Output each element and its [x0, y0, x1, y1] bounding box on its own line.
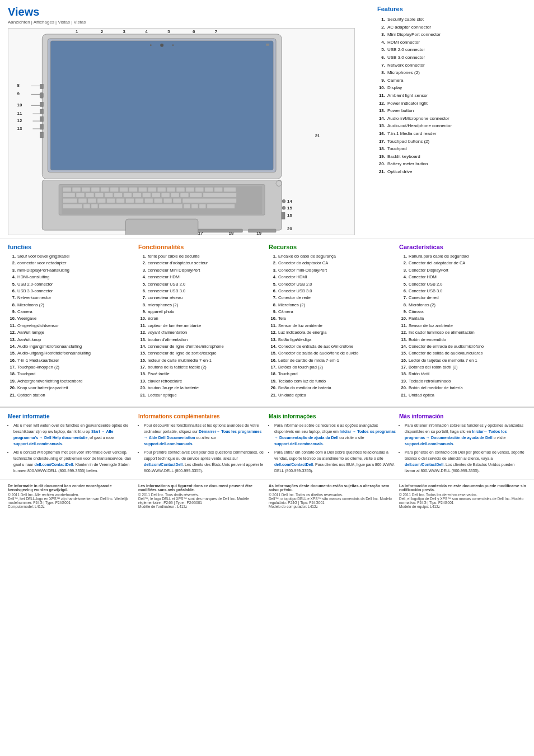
dutch-column: functies 1.Sleuf voor beveiligingskabel … [8, 244, 135, 399]
list-item: 4.Conector HDMI [399, 274, 526, 281]
svg-rect-11 [72, 187, 81, 192]
list-item: 7.Conector de rede [269, 295, 396, 301]
svg-rect-49 [126, 198, 134, 203]
list-item: 9.Câmera [269, 309, 396, 315]
list-item: 3.mini-DisplayPort-aansluiting [8, 267, 135, 274]
list-item: 1.fente pour câble de sécurité [138, 253, 265, 260]
svg-point-73 [282, 206, 285, 209]
svg-rect-30 [86, 193, 94, 197]
svg-rect-37 [152, 193, 160, 197]
dutch-footer: De informatie in dit document kan zonder… [8, 484, 135, 508]
svg-text:18: 18 [229, 231, 234, 235]
french-column: Fonctionnalités 1.fente pour câble de sé… [138, 244, 265, 399]
list-item: 11.Sensor de luz ambiente [269, 323, 396, 329]
portuguese-column: Recursos 1.Encaixe do cabo de segurança … [269, 244, 396, 399]
list-item: 13.bouton d'alimentation [138, 337, 265, 343]
list-item: 20.Knop voor batterijcapaciteit [8, 385, 135, 391]
svg-text:7: 7 [215, 29, 218, 34]
features-panel: Features 1.Security cable slot 2.AC adap… [372, 6, 526, 235]
feature-item-21: 21.Optical drive [377, 168, 526, 176]
list-item: 14.connecteur de ligne d'entrée/micropho… [138, 343, 265, 350]
portuguese-footer-model: Modelo do computador: L412z [269, 505, 396, 508]
french-footer-trademark: Dell™, le logo DELL et XPS™ sont des mar… [138, 497, 265, 505]
list-item: 21.Optisch station [8, 392, 135, 399]
feature-item-18: 18.Touchpad [377, 145, 526, 153]
list-item: 9.appareil photo [138, 309, 265, 315]
list-item: 18.Touchpad [8, 371, 135, 377]
svg-point-4 [150, 44, 152, 46]
list-item: 11.capteur de lumière ambiante [138, 323, 265, 329]
list-item: 1.Encaixe do cabo de segurança [269, 253, 396, 260]
svg-rect-47 [107, 198, 115, 203]
feature-item-19: 19.Backlit keyboard [377, 153, 526, 161]
svg-rect-38 [161, 193, 170, 197]
svg-rect-65 [40, 84, 43, 88]
spanish-list: 1.Ranura para cable de seguridad 2.Conec… [399, 253, 526, 399]
list-item: 18.Pavé tactile [138, 371, 265, 377]
list-item: 11.Sensor de luz ambiente [399, 323, 526, 329]
feature-item-10: 10.Display [377, 84, 526, 92]
top-section: Views Aanzichten | Affichages | Vistas |… [0, 0, 534, 239]
svg-rect-74 [282, 212, 285, 219]
list-item: 5.Conector USB 2.0 [399, 281, 526, 288]
dutch-list: 1.Sleuf voor beveiligingskabel 2.connect… [8, 253, 135, 399]
spanish-footer-model: Modelo de equipo: L412z [399, 505, 526, 508]
list-item: 14.Conector de entrada de áudio/microfon… [269, 343, 396, 350]
list-item: 5.connecteur USB 2.0 [138, 281, 265, 288]
list-item: 17.boutons de la tablette tactile (2) [138, 364, 265, 371]
svg-rect-28 [63, 193, 75, 197]
svg-text:4: 4 [145, 29, 148, 34]
svg-rect-58 [91, 204, 98, 208]
list-item: 4.Conector HDMI [269, 274, 396, 281]
spanish-column: Características 1.Ranura para cable de s… [399, 244, 526, 399]
svg-rect-52 [154, 198, 162, 203]
feature-item-17: 17.Touchpad buttons (2) [377, 138, 526, 146]
list-item: 11.Omgevingslichtsensor [8, 323, 135, 329]
list-item: 6.USB 3.0-connector [8, 288, 135, 295]
list-item: 10.Weergave [8, 315, 135, 322]
list-item: 2.Conector do adaptador CA [269, 260, 396, 267]
feature-item-3: 3.Mini DisplayPort connector [377, 31, 526, 39]
svg-rect-22 [176, 187, 185, 192]
svg-rect-32 [105, 193, 113, 197]
portuguese-more-info: Mais informações Para informar-se sobre … [269, 413, 396, 476]
svg-rect-21 [167, 187, 175, 192]
list-item: 12.voyant d'alimentation [138, 329, 265, 336]
portuguese-more-info-list: Para informar-se sobre os recursos e as … [269, 422, 396, 474]
features-title: Features [377, 6, 526, 12]
svg-rect-63 [207, 204, 235, 208]
feature-item-5: 5.USB 2.0 connector [377, 46, 526, 54]
svg-text:9: 9 [17, 91, 20, 96]
list-item: 8.Micrófonos (2) [399, 302, 526, 309]
list-item: 21.Unidade óptica [269, 392, 396, 399]
svg-text:3: 3 [123, 29, 126, 34]
portuguese-footer-trademark: Dell™, o logotipo DELL e XPS™ são marcas… [269, 497, 396, 505]
svg-text:1: 1 [76, 29, 78, 34]
svg-rect-42 [203, 193, 237, 197]
feature-item-6: 6.USB 3.0 connector [377, 54, 526, 62]
feature-item-4: 4.HDMI connector [377, 39, 526, 46]
feature-item-11: 11.Ambient light sensor [377, 92, 526, 100]
list-item: Para entrar em contato com a Dell sobre … [274, 449, 396, 474]
spanish-footer: La información contenida en este documen… [399, 484, 526, 508]
list-item: 15.Conector de salida de audio/auricular… [399, 350, 526, 357]
list-item: 19.Achtergrondverlichting toetsenbord [8, 378, 135, 385]
svg-text:11: 11 [17, 111, 22, 116]
svg-rect-27 [224, 187, 236, 192]
svg-rect-15 [110, 187, 119, 192]
svg-text:10: 10 [17, 102, 22, 108]
list-item: 3.Conector DisplayPort [399, 267, 526, 274]
french-footer-notice: Les informations qui figurent dans ce do… [138, 484, 265, 492]
portuguese-more-info-title: Mais informações [269, 413, 396, 419]
feature-item-1: 1.Security cable slot [377, 16, 526, 24]
french-more-info-list: Pour découvrir les fonctionnalités et le… [138, 422, 265, 474]
spanish-footer-copyright: © 2011 Dell Inc. Todos los derechos rese… [399, 493, 526, 497]
list-item: 19.Teclado com luz de fundo [269, 378, 396, 385]
list-item: 5.USB 2.0-connector [8, 281, 135, 288]
french-list: 1.fente pour câble de sécurité 2.connect… [138, 253, 265, 399]
list-item: 6.connecteur USB 3.0 [138, 288, 265, 295]
list-item: 12.Indicador luminoso de alimentación [399, 329, 526, 336]
svg-rect-25 [205, 187, 213, 192]
svg-rect-40 [180, 193, 189, 197]
svg-rect-57 [83, 204, 90, 208]
